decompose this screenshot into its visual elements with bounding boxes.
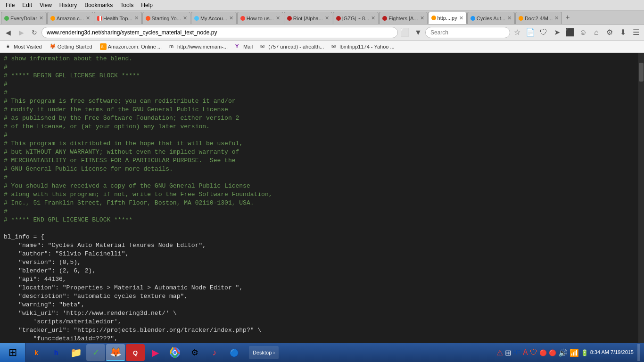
tab-label-health: Health Top... — [103, 16, 132, 21]
system-clock[interactable]: 8:34 AM 7/19/2015 — [590, 349, 634, 356]
tray-adobe-icon[interactable]: A — [523, 348, 528, 357]
tab-close-doc[interactable]: ✕ — [554, 15, 559, 21]
tray-alert-icon[interactable]: ⚠ — [496, 348, 503, 357]
taskbar-quicken[interactable]: Q — [126, 344, 145, 361]
new-tab-button[interactable]: + — [562, 13, 572, 22]
screen-icon[interactable]: ⬜ — [399, 26, 411, 39]
taskbar-system-tray: ⚠ ⊞ HP A 🛡 🔴 🔴 🔊 📶 🔋 8:34 AM 7/19/2015 — [493, 344, 644, 361]
tab-doc[interactable]: Doc:2.4/M... ✕ — [515, 12, 562, 24]
tab-fighters[interactable]: Fighters [A... ✕ — [379, 12, 427, 24]
tray-icon-6[interactable]: 🔴 — [539, 349, 547, 356]
taskbar-firefox[interactable]: 🦊 — [106, 344, 125, 361]
emoji-icon[interactable]: ☺ — [577, 26, 589, 39]
bookmark-most-visited[interactable]: ★ Most Visited — [3, 42, 45, 51]
tray-antivirus-icon[interactable]: 🛡 — [530, 348, 537, 357]
tab-close-gzg[interactable]: ✕ — [371, 15, 375, 21]
menu-edit[interactable]: Edit — [18, 1, 36, 9]
code-text-26: "blender": (2, 6, 2), — [4, 267, 96, 275]
download-icon[interactable]: ⬇ — [617, 26, 629, 39]
arrow-icon[interactable]: ➤ — [551, 26, 563, 39]
tab-health[interactable]: ▐ Health Top... ✕ — [94, 12, 142, 24]
url-input[interactable] — [41, 27, 398, 38]
forward-button[interactable]: ▶ — [15, 26, 27, 39]
menu-bar: File Edit View History Bookmarks Tools H… — [0, 0, 644, 10]
tab-close-cycles[interactable]: ✕ — [507, 15, 512, 21]
bookmark-yahoo-account[interactable]: ✉ lbmtripp1174 - Yahoo ... — [329, 42, 397, 51]
reader-icon[interactable]: 📄 — [524, 26, 537, 39]
start-button[interactable]: ⊞ — [0, 343, 25, 362]
tab-gzg[interactable]: |GZG| ~ 8... ✕ — [333, 12, 379, 24]
tab-icon-amazon — [50, 16, 55, 21]
tab-close-fighters[interactable]: ✕ — [420, 15, 424, 21]
tab-close-health[interactable]: ✕ — [134, 15, 139, 21]
shield-icon[interactable]: 🛡 — [537, 26, 550, 39]
tray-network-icon[interactable]: 📶 — [570, 348, 579, 357]
code-line-17: # along with this program; if not, write… — [0, 190, 644, 199]
tab-amazon[interactable]: Amazon.c... ✕ — [47, 12, 93, 24]
menu-tools[interactable]: Tools — [116, 1, 137, 9]
scrollbar[interactable] — [638, 53, 644, 343]
tab-close-http-py[interactable]: ✕ — [459, 15, 463, 21]
tab-close-starting[interactable]: ✕ — [183, 15, 187, 21]
tab-everydollar[interactable]: EveryDollar ✕ — [1, 12, 47, 24]
taskbar-blender[interactable]: 🔵 — [225, 344, 244, 361]
bookmark-getting-started[interactable]: 🦊 Getting Started — [47, 42, 95, 51]
tray-icon-7[interactable]: 🔴 — [549, 349, 556, 356]
tab-starting[interactable]: Starting Yo... ✕ — [142, 12, 190, 24]
code-text-9: # of the License, or (at your option) an… — [4, 123, 210, 131]
code-line-24: "author": "Silvio Falcinelli", — [0, 250, 644, 258]
menu-file[interactable]: File — [2, 1, 18, 9]
show-desktop-button[interactable] — [637, 344, 640, 361]
tab-close-everydollar[interactable]: ✕ — [39, 15, 43, 21]
code-line-5: # — [0, 89, 644, 97]
tray-windows-icon[interactable]: ⊞ — [505, 348, 511, 357]
arrow-down-icon[interactable]: ▼ — [412, 26, 424, 39]
bookmark-merriam[interactable]: m http://www.merriam-... — [166, 42, 231, 51]
home-icon[interactable]: ⌂ — [590, 26, 603, 39]
refresh-button[interactable]: ↻ — [28, 26, 41, 39]
tab-close-amazon[interactable]: ✕ — [86, 15, 90, 21]
pocket-icon[interactable]: ⬛ — [564, 26, 576, 39]
taskbar-kindle[interactable]: k — [27, 344, 46, 361]
menu-view[interactable]: View — [36, 1, 56, 9]
tab-label-myaccount: My Accou... — [200, 16, 227, 21]
tab-myaccount[interactable]: My Accou... ✕ — [191, 12, 237, 24]
taskbar-chrome[interactable] — [165, 344, 184, 361]
code-line-25: "version": (0,5), — [0, 258, 644, 267]
search-input[interactable] — [425, 27, 510, 38]
taskbar-hp[interactable]: h — [47, 344, 66, 361]
tab-cycles[interactable]: Cycles Aut... ✕ — [467, 12, 515, 24]
code-text-5: # — [4, 89, 8, 97]
bookmark-757-unread[interactable]: ✉ (757 unread) - ahealth... — [257, 42, 327, 51]
taskbar-itunes[interactable]: ♪ — [205, 344, 224, 361]
scrollbar-thumb[interactable] — [639, 63, 644, 82]
mail-yahoo-icon: Y — [235, 43, 242, 50]
menu-history[interactable]: History — [56, 1, 81, 9]
menu-hamburger-icon[interactable]: ☰ — [630, 26, 642, 39]
settings-icon[interactable]: ⚙ — [603, 26, 616, 39]
tab-close-riot[interactable]: ✕ — [325, 15, 329, 21]
tray-hp-icon[interactable]: HP — [513, 349, 521, 356]
tray-speaker-icon[interactable]: 🔊 — [558, 348, 568, 357]
bookmark-mail[interactable]: Y Mail — [232, 42, 256, 51]
tab-http-py[interactable]: http....py ✕ — [428, 12, 467, 24]
tab-close-myaccount[interactable]: ✕ — [229, 15, 233, 21]
taskbar-wunderlist[interactable]: ✓ — [86, 344, 105, 361]
tab-close-howto[interactable]: ✕ — [276, 15, 280, 21]
desktop-label[interactable]: Desktop › — [249, 346, 279, 359]
code-line-4: # — [0, 80, 644, 89]
taskbar-settings[interactable]: ⚙ — [185, 344, 204, 361]
bookmarks-bar: ★ Most Visited 🦊 Getting Started a Amazo… — [0, 41, 644, 53]
tab-howto[interactable]: How to us... ✕ — [237, 12, 283, 24]
menu-bookmarks[interactable]: Bookmarks — [81, 1, 116, 9]
bookmark-star-icon[interactable]: ☆ — [511, 26, 523, 39]
taskbar-explorer[interactable]: 📁 — [66, 344, 85, 361]
tray-battery-icon[interactable]: 🔋 — [581, 349, 588, 356]
back-button[interactable]: ◀ — [2, 26, 14, 39]
code-line-11: # This program is distributed in the hop… — [0, 140, 644, 148]
bookmark-amazon-label: Amazon.com: Online ... — [108, 44, 162, 49]
bookmark-amazon[interactable]: a Amazon.com: Online ... — [97, 42, 165, 51]
tab-riot[interactable]: Riot [Alpha... ✕ — [284, 12, 332, 24]
taskbar-media[interactable]: ▶ — [146, 344, 165, 361]
menu-help[interactable]: Help — [137, 1, 157, 9]
